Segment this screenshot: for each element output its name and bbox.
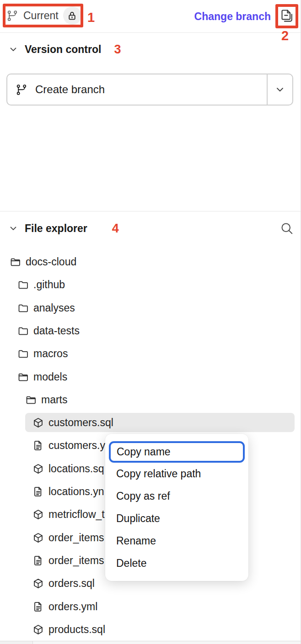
create-branch-dropdown-toggle[interactable] (267, 74, 292, 105)
file-context-menu: Copy nameCopy relative pathCopy as refDu… (105, 434, 248, 581)
menu-item-copy-relative-path[interactable]: Copy relative path (105, 463, 248, 485)
tree-item-orders-yml[interactable]: orders.yml (0, 597, 301, 616)
annotation-number-3: 3 (114, 42, 121, 57)
chevron-down-icon[interactable] (8, 44, 18, 54)
menu-item-delete[interactable]: Delete (105, 552, 248, 575)
tree-item-label: locations.sq (48, 463, 104, 475)
version-control-title: Version control (25, 43, 101, 56)
file-search-button[interactable] (279, 221, 295, 236)
tree-item-marts[interactable]: marts (0, 390, 301, 409)
duplicate-file-button[interactable] (279, 8, 295, 24)
tree-item-label: data-tests (33, 325, 80, 337)
tree-item-customers-sql[interactable]: customers.sql (25, 413, 295, 432)
tree-item-label: customers.y (48, 439, 105, 452)
tree-item-label: .github (33, 279, 65, 291)
model-cube-icon (32, 578, 44, 589)
model-cube-icon (32, 532, 44, 544)
chevron-down-icon[interactable] (8, 223, 18, 233)
model-cube-icon (32, 509, 44, 520)
tree-item-products-sql[interactable]: products.sql (0, 620, 301, 639)
folder-icon (17, 348, 29, 359)
tree-item--github[interactable]: .github (0, 275, 301, 294)
tree-item-label: products.sql (48, 623, 105, 636)
tree-item-label: order_items (48, 554, 104, 567)
menu-item-duplicate[interactable]: Duplicate (105, 507, 248, 530)
tree-item-data-tests[interactable]: data-tests (0, 321, 301, 340)
change-branch-link[interactable]: Change branch (194, 11, 271, 23)
tree-item-label: orders.yml (48, 601, 97, 613)
lock-icon (67, 11, 77, 21)
file-doc-icon (32, 555, 44, 566)
git-branch-icon (16, 84, 28, 96)
tree-item-docs-cloud[interactable]: docs-cloud (0, 252, 301, 271)
menu-item-rename[interactable]: Rename (105, 530, 248, 552)
create-branch-label: Create branch (35, 83, 105, 96)
model-cube-icon (32, 417, 44, 428)
git-branch-icon (6, 10, 19, 22)
tree-item-label: models (33, 371, 67, 383)
menu-item-copy-as-ref[interactable]: Copy as ref (105, 485, 248, 507)
tree-item-models[interactable]: models (0, 367, 301, 386)
ide-sidebar: Current Change branch 1 2 Version contro… (0, 0, 301, 644)
annotation-number-2: 2 (281, 29, 289, 42)
create-branch-button[interactable]: Create branch (6, 74, 293, 106)
file-explorer-header: File explorer 4 (0, 221, 301, 236)
file-doc-icon (32, 440, 44, 451)
current-branch-label: Current (23, 10, 59, 22)
section-divider (0, 211, 301, 211)
tree-item-label: macros (33, 348, 68, 360)
annotation-number-1: 1 (87, 11, 95, 24)
current-branch-chip[interactable]: Current (6, 6, 81, 25)
search-icon (280, 222, 294, 235)
create-branch-main[interactable]: Create branch (7, 74, 267, 105)
file-doc-icon (32, 601, 44, 612)
bottom-panel-cell (0, 641, 33, 644)
chevron-down-icon (274, 84, 285, 95)
folder-open-icon (10, 256, 21, 268)
top-bar: Current Change branch 1 2 (0, 0, 301, 33)
tree-item-label: order_items (48, 532, 104, 544)
tree-item-label: marts (41, 394, 68, 406)
folder-open-icon (17, 371, 29, 383)
folder-icon (17, 279, 29, 290)
tree-item-label: locations.yn (48, 486, 104, 498)
tree-item-label: metricflow_t (48, 508, 105, 521)
model-cube-icon (32, 463, 44, 475)
tree-item-analyses[interactable]: analyses (0, 298, 301, 317)
tree-item-label: analyses (33, 302, 75, 314)
branch-lock-badge (63, 6, 81, 25)
folder-icon (17, 325, 29, 337)
model-cube-icon (32, 624, 44, 635)
bottom-panel-edge (0, 641, 301, 644)
file-doc-icon (32, 486, 44, 497)
tree-item-label: orders.sql (48, 577, 95, 590)
folder-icon (17, 302, 29, 314)
file-explorer-title: File explorer (25, 222, 87, 235)
tree-item-label: docs-cloud (26, 256, 76, 268)
tree-item-label: customers.sql (48, 417, 113, 429)
version-control-header: Version control 3 (0, 42, 301, 57)
menu-item-copy-name[interactable]: Copy name (109, 441, 245, 463)
tree-item-macros[interactable]: macros (0, 344, 301, 363)
folder-open-icon (25, 394, 37, 406)
copy-icon (279, 8, 295, 24)
annotation-number-4: 4 (112, 222, 119, 236)
